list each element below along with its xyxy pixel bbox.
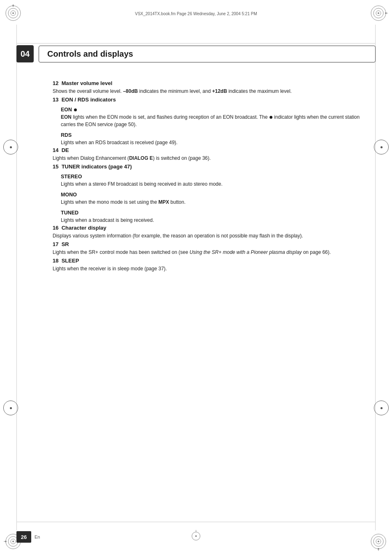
section-15-mono-body: Lights when the mono mode is set using t… (61, 198, 367, 206)
section-17-heading: 17 SR (53, 241, 367, 247)
chapter-number: 04 (16, 45, 34, 62)
section-12-body: Shows the overall volume level. –80dB in… (53, 88, 367, 95)
section-15-sub-mono: MONO Lights when the mono mode is set us… (53, 192, 367, 206)
header-section: 04 Controls and displays (16, 45, 376, 62)
section-17-body: Lights when the SR+ control mode has bee… (53, 249, 367, 256)
section-15-mono-title: MONO (61, 192, 367, 198)
border-line-left (16, 25, 17, 530)
eon-bullet (74, 108, 77, 111)
section-15-stereo-body: Lights when a stereo FM broadcast is bei… (61, 180, 367, 188)
side-decoration-left-bottom (3, 401, 18, 415)
svg-point-9 (378, 12, 379, 14)
section-14-heading: 14 DE (53, 147, 367, 153)
section-13-eon-body: EON lights when the EON mode is set, and… (61, 113, 367, 128)
section-18-heading: 18 SLEEP (53, 258, 367, 264)
section-13-sub-rds: RDS Lights when an RDS broadcast is rece… (53, 132, 367, 146)
section-15-heading: 15 TUNER indicators (page 47) (53, 164, 367, 170)
section-12-heading: 12 Master volume level (53, 80, 367, 86)
svg-point-3 (12, 12, 14, 14)
section-14-body: Lights when Dialog Enhancement (DIALOG E… (53, 154, 367, 162)
section-15-tuned-title: TUNED (61, 210, 367, 216)
corner-decoration-tr (367, 2, 390, 25)
section-15-stereo-title: STEREO (61, 174, 367, 180)
chapter-title: Controls and displays (39, 46, 376, 62)
section-13-heading: 13 EON / RDS indicators (53, 97, 367, 103)
side-decoration-right-bottom (374, 401, 389, 415)
border-line-top (16, 43, 376, 44)
svg-point-15 (12, 541, 14, 542)
section-15: 15 TUNER indicators (page 47) STEREO Lig… (53, 164, 367, 224)
section-16: 16 Character display Displays various sy… (53, 225, 367, 240)
page-lang: En (35, 534, 40, 539)
border-line-bottom (16, 522, 376, 522)
section-15-tuned-body: Lights when a broadcast is being receive… (61, 216, 367, 224)
svg-point-25 (195, 535, 197, 537)
section-15-sub-stereo: STEREO Lights when a stereo FM broadcast… (53, 174, 367, 188)
section-18: 18 SLEEP Lights when the receiver is in … (53, 258, 367, 272)
section-13-eon-title: EON (61, 107, 367, 113)
side-decoration-right-top (374, 140, 389, 154)
section-13-rds-title: RDS (61, 132, 367, 138)
side-decoration-left-top (3, 140, 18, 154)
section-16-body: Displays various system information (for… (53, 232, 367, 240)
svg-point-21 (378, 541, 379, 542)
eon-bullet-inline (270, 116, 272, 119)
page-number: 26 (16, 531, 31, 543)
main-content: 12 Master volume level Shows the overall… (53, 80, 367, 514)
section-18-body: Lights when the receiver is in sleep mod… (53, 265, 367, 272)
section-13-rds-body: Lights when an RDS broadcast is received… (61, 139, 367, 146)
border-line-right (375, 25, 376, 530)
section-13: 13 EON / RDS indicators EON EON lights w… (53, 97, 367, 146)
corner-decoration-tl (2, 2, 25, 25)
section-17: 17 SR Lights when the SR+ control mode h… (53, 241, 367, 256)
section-13-sub-eon: EON EON lights when the EON mode is set,… (53, 107, 367, 128)
section-15-sub-tuned: TUNED Lights when a broadcast is being r… (53, 210, 367, 224)
file-info: VSX_2014TX.book.fm Page 26 Wednesday, Ju… (29, 12, 363, 16)
section-14: 14 DE Lights when Dialog Enhancement (DI… (53, 147, 367, 162)
section-16-heading: 16 Character display (53, 225, 367, 231)
section-12: 12 Master volume level Shows the overall… (53, 80, 367, 95)
bottom-center-decoration (190, 530, 202, 543)
